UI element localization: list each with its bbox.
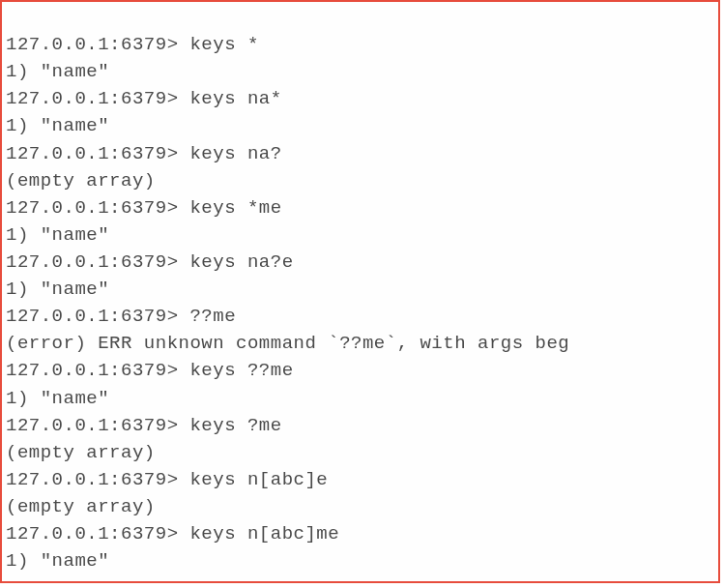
- terminal-line: 127.0.0.1:6379> keys n[abc]e: [6, 469, 328, 490]
- prompt: 127.0.0.1:6379>: [6, 88, 189, 109]
- command: keys na?: [189, 143, 281, 164]
- output-line: 1) "name": [6, 279, 109, 300]
- output-line: 1) "name": [6, 388, 109, 409]
- output-line: (empty array): [6, 170, 156, 191]
- output-line: 1) "name": [6, 224, 109, 246]
- prompt: 127.0.0.1:6379>: [6, 34, 189, 55]
- terminal-line: 127.0.0.1:6379> keys na?e: [6, 251, 294, 273]
- prompt: 127.0.0.1:6379>: [6, 143, 189, 164]
- command: ??me: [189, 306, 236, 327]
- command: keys ?me: [189, 415, 281, 436]
- prompt: 127.0.0.1:6379>: [6, 197, 189, 219]
- command: keys n[abc]e: [189, 469, 328, 490]
- prompt: 127.0.0.1:6379>: [6, 306, 189, 327]
- prompt: 127.0.0.1:6379>: [6, 523, 189, 544]
- terminal-window[interactable]: 127.0.0.1:6379> keys * 1) "name" 127.0.0…: [0, 0, 720, 583]
- terminal-line: 127.0.0.1:6379> keys ?me: [6, 415, 282, 436]
- terminal-line: 127.0.0.1:6379> keys ??me: [6, 360, 294, 381]
- output-line: 1) "name": [6, 61, 109, 82]
- output-line: 1) "name": [6, 550, 109, 572]
- command: keys ??me: [189, 360, 293, 381]
- terminal-line: 127.0.0.1:6379> keys *: [6, 34, 259, 55]
- output-line: (error) ERR unknown command `??me`, with…: [6, 333, 569, 354]
- prompt: 127.0.0.1:6379>: [6, 360, 189, 381]
- terminal-line: 127.0.0.1:6379> keys na?: [6, 143, 282, 164]
- command: keys *me: [189, 197, 281, 219]
- terminal-line: 127.0.0.1:6379> ??me: [6, 306, 236, 327]
- prompt: 127.0.0.1:6379>: [6, 251, 189, 273]
- command: keys *: [189, 34, 258, 55]
- command: keys na?e: [189, 251, 293, 273]
- output-line: (empty array): [6, 442, 156, 463]
- prompt: 127.0.0.1:6379>: [6, 469, 189, 490]
- output-line: 1) "name": [6, 115, 109, 136]
- prompt: 127.0.0.1:6379>: [6, 415, 189, 436]
- terminal-line: 127.0.0.1:6379> keys *me: [6, 197, 282, 219]
- command: keys n[abc]me: [189, 523, 339, 544]
- terminal-line: 127.0.0.1:6379> keys n[abc]me: [6, 523, 339, 544]
- terminal-line: 127.0.0.1:6379> keys na*: [6, 88, 282, 109]
- output-line: (empty array): [6, 496, 156, 517]
- command: keys na*: [189, 88, 281, 109]
